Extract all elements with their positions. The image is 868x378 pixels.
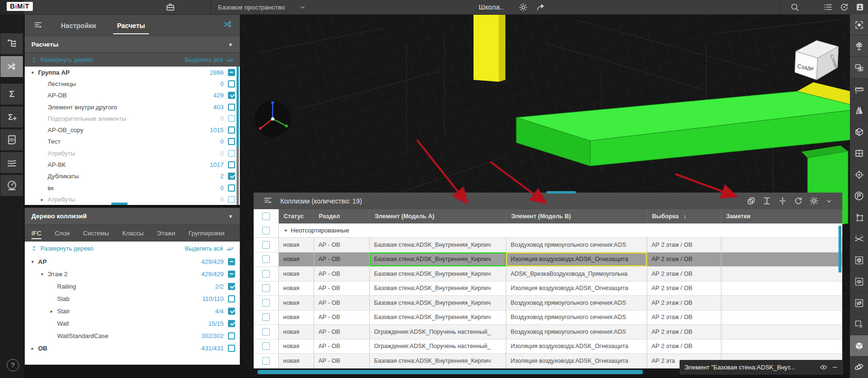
tab-4[interactable]: Этажи [150, 225, 182, 242]
row-checkbox[interactable] [262, 284, 270, 292]
tree-checkbox[interactable] [228, 80, 235, 87]
tool-focus-selection[interactable] [850, 14, 868, 36]
tool-shaded-mode[interactable] [850, 335, 868, 357]
tool-drawings-2d[interactable]: 2D [0, 129, 23, 150]
column-header[interactable]: Статус [279, 209, 314, 223]
tree-checkbox[interactable] [228, 308, 235, 315]
tool-environment-tree[interactable] [850, 36, 868, 57]
tree-item[interactable]: Лестницы 0 [25, 78, 240, 89]
tree-checkbox[interactable] [228, 258, 235, 265]
tree-item[interactable]: Wall 15/15 [25, 317, 240, 330]
expand-arrow-icon[interactable]: ▾ [31, 70, 38, 75]
row-checkbox[interactable] [262, 270, 270, 278]
tree-checkbox[interactable] [228, 196, 235, 203]
column-header[interactable]: Раздел [314, 209, 370, 223]
account-icon[interactable] [853, 0, 867, 14]
panel-drag-handle[interactable] [546, 191, 576, 194]
tree-item[interactable]: ▸ Stair 4/4 [25, 305, 240, 317]
row-checkbox[interactable] [262, 357, 270, 365]
row-checkbox[interactable] [262, 342, 270, 350]
tree-checkbox[interactable] [228, 126, 235, 134]
tool-isolate-selection[interactable] [850, 57, 868, 78]
tab-5[interactable]: Группировки [182, 225, 231, 242]
collapse-rows-icon[interactable] [778, 196, 787, 205]
refresh-icon[interactable] [794, 196, 803, 205]
tree-item[interactable]: АР-ВК 1017 [25, 159, 240, 170]
workspace-selector[interactable]: Базовое пространство [218, 4, 285, 11]
tree-item[interactable]: Атрибуты 0 [25, 147, 240, 159]
tool-flip-section[interactable] [850, 100, 868, 121]
collision-row[interactable]: новая АР - ОВ Базовая стена:ADSK_Внутрен… [254, 296, 842, 310]
tree-item[interactable]: Railing 2/2 [25, 280, 240, 292]
tool-collisions[interactable] [0, 56, 23, 77]
tool-orbit-mode[interactable] [850, 357, 868, 378]
table-menu-icon[interactable] [263, 195, 273, 207]
tree-item[interactable]: вк 0 [25, 182, 240, 194]
tool-locate[interactable] [850, 164, 868, 185]
tool-floor-plan[interactable] [850, 143, 868, 164]
tool-dashboard[interactable] [0, 175, 23, 196]
hscrollbar-thumb[interactable] [111, 203, 128, 205]
minus-icon[interactable] [831, 364, 838, 371]
expand-arrow-icon[interactable]: ▸ [50, 309, 57, 314]
table-vscrollbar[interactable] [838, 226, 841, 272]
app-logo[interactable]: BiMiT [7, 2, 33, 11]
tool-hide-selected[interactable] [850, 292, 868, 314]
collision-row[interactable]: новая АР - ОВ Базовая стена:ADSK_Внутрен… [254, 281, 842, 296]
tool-show-selected[interactable] [850, 271, 868, 292]
tree-item[interactable]: ▾ АР 429/429 [25, 255, 240, 268]
tab-0[interactable]: Настройки [50, 14, 107, 37]
tree-checkbox[interactable] [228, 92, 235, 99]
column-header[interactable]: Выборка↓ [647, 209, 721, 223]
tree-checkbox[interactable] [228, 320, 235, 327]
collapse-panel-icon[interactable] [825, 197, 833, 205]
expand-arrow-icon[interactable]: ▸ [41, 197, 48, 202]
gear-icon[interactable] [516, 0, 530, 14]
tree-checkbox[interactable] [228, 173, 235, 180]
tree-item[interactable]: ▸ ОВ 431/431 [25, 342, 240, 354]
tree-checkbox[interactable] [228, 345, 235, 352]
help-button[interactable]: ? [7, 359, 19, 371]
expand-arrow-icon[interactable]: ▸ [31, 346, 38, 351]
tree-item[interactable]: Элемент внутри другого 403 [25, 101, 240, 113]
tree-checkbox[interactable] [228, 283, 235, 290]
collision-row[interactable]: новая АР - ОВ Базовая стена:ADSK_Внутрен… [254, 238, 842, 252]
element-toast[interactable]: Элемент "Базовая стена:ADSK_Внут... [680, 360, 843, 375]
tree-checkbox[interactable] [228, 161, 235, 168]
collision-row[interactable]: новая АР - ОВ Базовая стена:ADSK_Внутрен… [254, 310, 842, 325]
tree-item[interactable]: ▾ Этаж 2 429/429 [25, 268, 240, 280]
tree-item[interactable]: WallStandardCase 302/302 [25, 330, 240, 342]
tree-item[interactable]: ▾ Группа АР 2866 [25, 67, 240, 78]
tree-item[interactable]: Slab 110/110 [25, 292, 240, 305]
tree-checkbox[interactable] [228, 295, 235, 302]
tab-3[interactable]: Классы [116, 225, 150, 242]
table-settings-icon[interactable] [809, 196, 819, 205]
section-header-collision-tree[interactable]: Дерево коллизий▼ [25, 208, 240, 225]
copy-icon[interactable] [747, 196, 756, 205]
tree-checkbox[interactable] [228, 271, 235, 278]
select-all-checkbox[interactable] [254, 209, 279, 223]
expand-tree-link[interactable]: Развернуть дерево [30, 56, 93, 63]
tree-checkbox[interactable] [228, 150, 235, 157]
tool-ghost-mode[interactable] [850, 250, 868, 271]
tab-2[interactable]: Системы [77, 225, 116, 242]
tool-axes-intersections[interactable]: 12 [850, 228, 868, 250]
tree-checkbox[interactable] [228, 69, 235, 76]
panel-menu-icon[interactable] [33, 20, 43, 31]
row-checkbox[interactable] [262, 299, 270, 307]
table-hscrollbar[interactable] [257, 370, 643, 374]
expand-tree-link[interactable]: Развернуть дерево [30, 245, 93, 252]
tool-add-calculation[interactable]: Σ [0, 107, 23, 127]
tree-checkbox[interactable] [228, 332, 235, 339]
group-row[interactable]: ▾ Неотсортированные [254, 223, 842, 238]
collisions-shuffle-icon[interactable] [223, 19, 233, 31]
tool-model-tree[interactable] [0, 33, 23, 54]
tool-points-of-interest[interactable] [850, 185, 868, 207]
tool-hide-other[interactable] [850, 314, 868, 335]
list-icon[interactable] [821, 0, 835, 14]
tool-section-box[interactable] [850, 121, 868, 143]
briefcase-icon[interactable] [164, 0, 177, 14]
column-header[interactable]: Элемент (Модель B) [506, 209, 647, 223]
tab-1[interactable]: Слои [48, 225, 77, 242]
column-header[interactable]: Заметки [721, 209, 842, 223]
